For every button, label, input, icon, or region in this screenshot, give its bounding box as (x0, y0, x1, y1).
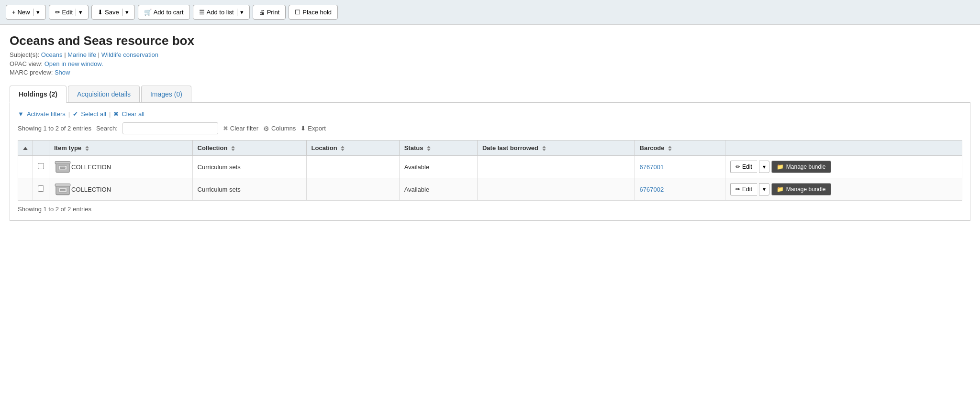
subject-marine[interactable]: Marine life (67, 51, 96, 58)
edit-button-label: Edit (62, 9, 73, 16)
holdings-table: Item type Collection Location (18, 140, 962, 201)
print-button[interactable]: 🖨 Print (253, 5, 286, 20)
svg-rect-6 (60, 189, 66, 191)
row2-date-last-borrowed (477, 178, 635, 201)
export-icon: ⬇ (301, 125, 306, 132)
row2-checkbox-cell (33, 178, 49, 201)
collection-sort-arrows (231, 146, 235, 151)
subject-wildlife[interactable]: Wildlife conservation (101, 51, 158, 58)
row1-item-type-label: COLLECTION (71, 163, 111, 171)
pencil-icon: ✏ (55, 9, 60, 16)
search-row: Showing 1 to 2 of 2 entries Search: ✖ Cl… (18, 122, 962, 134)
status-sort-arrows (427, 146, 431, 151)
edit-dropdown-caret[interactable]: ▾ (76, 9, 82, 16)
select-all-link[interactable]: Select all (81, 110, 106, 118)
export-link[interactable]: ⬇ Export (301, 125, 326, 132)
svg-rect-7 (55, 184, 70, 186)
th-item-type[interactable]: Item type (49, 141, 193, 156)
row2-barcode-link[interactable]: 6767002 (640, 186, 664, 193)
table-row: COLLECTION Curriculum sets Available 676… (18, 156, 962, 178)
add-to-cart-button[interactable]: 🛒 Add to cart (138, 5, 190, 20)
row1-barcode: 6767001 (635, 156, 725, 178)
row1-manage-label: Manage bundle (786, 163, 826, 170)
row1-manage-bundle-button[interactable]: 📁 Manage bundle (771, 161, 831, 173)
th-date-last-borrowed[interactable]: Date last borrowed (477, 141, 635, 156)
marc-line: MARC preview: Show (10, 69, 970, 76)
save-dropdown-caret[interactable]: ▾ (122, 9, 129, 16)
row2-actions: ✏ Edit ▾ 📁 Manage bundle (725, 178, 962, 201)
activate-filters-link[interactable]: Activate filters (27, 110, 66, 118)
add-to-list-label: Add to list (207, 9, 234, 16)
tab-acquisition[interactable]: Acquisition details (68, 86, 140, 102)
subject-oceans[interactable]: Oceans (41, 51, 63, 58)
th-sort[interactable] (18, 141, 33, 156)
opac-line: OPAC view: Open in new window. (10, 60, 970, 67)
row2-edit-button[interactable]: ✏ Edit (730, 183, 757, 195)
page-title: Oceans and Seas resource box (10, 33, 970, 48)
pencil-icon-row1: ✏ (735, 163, 740, 170)
bookmark-icon: ☐ (295, 9, 301, 16)
row1-location (306, 156, 399, 178)
tab-images[interactable]: Images (0) (141, 86, 191, 102)
th-location[interactable]: Location (306, 141, 399, 156)
item-type-col-label: Item type (54, 144, 81, 152)
subjects-label: Subject(s): (10, 51, 39, 58)
add-to-list-button[interactable]: ☰ Add to list ▾ (193, 5, 250, 20)
th-actions (725, 141, 962, 156)
row1-date-last-borrowed (477, 156, 635, 178)
row2-edit-dropdown[interactable]: ▾ (759, 183, 769, 195)
subjects-line: Subject(s): Oceans | Marine life | Wildl… (10, 51, 970, 58)
new-dropdown-caret[interactable]: ▾ (33, 9, 40, 16)
tab-holdings[interactable]: Holdings (2) (10, 86, 67, 103)
row2-collection: Curriculum sets (192, 178, 306, 201)
save-button[interactable]: ⬇ Save ▾ (91, 5, 135, 20)
row2-barcode: 6767002 (635, 178, 725, 201)
date-sort-arrows (542, 146, 546, 151)
download-icon: ⬇ (98, 9, 103, 16)
row2-checkbox[interactable] (38, 185, 44, 192)
collection-box-icon-2 (54, 182, 71, 196)
row2-edit-label: Edit (742, 186, 752, 193)
barcode-col-label: Barcode (640, 144, 665, 152)
row1-item-type: COLLECTION (49, 156, 193, 178)
location-col-label: Location (312, 144, 337, 152)
new-button[interactable]: + New ▾ (6, 5, 46, 20)
add-to-list-caret[interactable]: ▾ (237, 9, 244, 16)
item-type-sort-arrows (85, 146, 89, 151)
table-footer: Showing 1 to 2 of 2 entries (18, 206, 962, 213)
row2-manage-bundle-button[interactable]: 📁 Manage bundle (771, 183, 831, 195)
export-label: Export (308, 125, 326, 132)
x-icon: ✖ (113, 110, 119, 118)
row1-status: Available (399, 156, 477, 178)
th-status[interactable]: Status (399, 141, 477, 156)
clear-all-link[interactable]: Clear all (122, 110, 145, 118)
row1-sort-cell (18, 156, 33, 178)
clear-filter-x-icon: ✖ (223, 125, 228, 132)
row1-edit-button[interactable]: ✏ Edit (730, 161, 757, 173)
columns-link[interactable]: ⚙ Columns (263, 125, 296, 132)
bundle-icon-row1: 📁 (777, 163, 784, 170)
search-input[interactable] (122, 122, 218, 134)
place-hold-button[interactable]: ☐ Place hold (289, 5, 338, 20)
check-icon: ✔ (73, 110, 78, 118)
print-icon: 🖨 (259, 9, 265, 16)
table-header-row: Item type Collection Location (18, 141, 962, 156)
th-collection[interactable]: Collection (192, 141, 306, 156)
clear-filter-link[interactable]: ✖ Clear filter (223, 125, 258, 132)
marc-link[interactable]: Show (55, 69, 70, 76)
toolbar: + New ▾ ✏ Edit ▾ ⬇ Save ▾ 🛒 Add to cart … (0, 0, 980, 25)
edit-button[interactable]: ✏ Edit ▾ (49, 5, 89, 20)
barcode-sort-arrows (668, 146, 672, 151)
row2-location (306, 178, 399, 201)
new-button-label: New (18, 9, 30, 16)
sort-up-arrow (23, 147, 28, 150)
row1-edit-dropdown[interactable]: ▾ (759, 161, 769, 173)
collection-box-icon (54, 160, 71, 174)
svg-rect-3 (55, 162, 70, 164)
th-barcode[interactable]: Barcode (635, 141, 725, 156)
opac-link[interactable]: Open in new window. (45, 60, 103, 67)
pencil-icon-row2: ✏ (735, 186, 740, 193)
row1-barcode-link[interactable]: 6767001 (640, 163, 664, 171)
row1-checkbox[interactable] (38, 163, 44, 169)
location-sort-arrows (341, 146, 345, 151)
